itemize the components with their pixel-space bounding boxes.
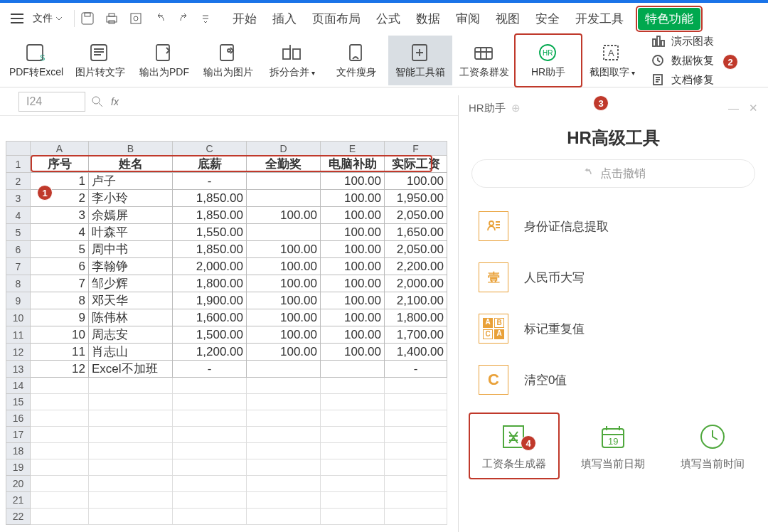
cell[interactable] (247, 443, 321, 459)
row-header-10[interactable]: 10 (6, 309, 31, 326)
cell[interactable]: 9 (31, 309, 89, 326)
row-header-3[interactable]: 3 (6, 190, 31, 207)
cell[interactable] (247, 173, 321, 190)
spreadsheet[interactable]: ABCDEF1序号姓名底薪全勤奖电脑补助实际工资21卢子-100.00100.0… (6, 141, 447, 525)
cell[interactable] (247, 190, 321, 207)
cell[interactable] (89, 509, 173, 525)
ribbon-智能工具箱[interactable]: 智能工具箱 (388, 36, 452, 85)
cell[interactable]: Excel不加班 (89, 361, 173, 378)
cell[interactable] (321, 394, 385, 410)
cell[interactable] (173, 476, 247, 492)
cell[interactable] (89, 378, 173, 394)
tab-特色功能[interactable]: 特色功能 (638, 8, 700, 30)
row-header-4[interactable]: 4 (6, 207, 31, 224)
print-icon[interactable] (105, 11, 119, 26)
tool-身份证信息提取[interactable]: 身份证信息提取 (459, 201, 768, 252)
cell[interactable]: 10 (31, 326, 89, 344)
row-header-21[interactable]: 21 (6, 492, 31, 509)
cell[interactable] (321, 378, 385, 394)
cell[interactable] (247, 427, 321, 443)
tool-标记重复值[interactable]: ABCA标记重复值 (459, 303, 768, 354)
cell[interactable]: 100.00 (247, 292, 321, 309)
col-header-B[interactable]: B (89, 142, 173, 156)
cell[interactable] (31, 509, 89, 525)
hamburger-icon[interactable] (7, 9, 27, 28)
cell[interactable] (321, 459, 385, 476)
cell[interactable] (321, 476, 385, 492)
cell[interactable]: 100.00 (321, 173, 385, 190)
row-header-11[interactable]: 11 (6, 326, 31, 344)
tab-数据[interactable]: 数据 (415, 8, 442, 30)
row-header-12[interactable]: 12 (6, 344, 31, 361)
cell[interactable]: 100.00 (247, 309, 321, 326)
row-header-6[interactable]: 6 (6, 241, 31, 258)
cell[interactable]: 2,050.00 (385, 207, 447, 224)
cell[interactable] (173, 509, 247, 525)
tab-开发工具[interactable]: 开发工具 (574, 8, 625, 30)
col-header-C[interactable]: C (173, 142, 247, 156)
cell[interactable]: 100.00 (321, 258, 385, 275)
cell[interactable] (89, 427, 173, 443)
minimize-icon[interactable]: — (728, 102, 739, 115)
row-header-1[interactable]: 1 (6, 156, 31, 173)
cell[interactable] (89, 410, 173, 427)
tab-开始[interactable]: 开始 (231, 8, 258, 30)
cell[interactable] (31, 378, 89, 394)
cell[interactable] (173, 492, 247, 509)
ribbon-输出为图片[interactable]: 输出为图片 (196, 36, 260, 85)
cell[interactable] (321, 492, 385, 509)
col-header-F[interactable]: F (385, 142, 447, 156)
row-header-22[interactable]: 22 (6, 509, 31, 525)
cell[interactable] (173, 378, 247, 394)
cell[interactable]: 2,200.00 (385, 258, 447, 275)
cell[interactable]: 1,650.00 (385, 224, 447, 241)
ribbon-演示图表[interactable]: 演示图表 (649, 33, 717, 50)
cell[interactable]: 1,850.00 (173, 207, 247, 224)
tab-视图[interactable]: 视图 (494, 8, 521, 30)
cell[interactable]: 1,200.00 (173, 344, 247, 361)
row-header-16[interactable]: 16 (6, 410, 31, 427)
ribbon-图片转文字[interactable]: 图片转文字 (68, 36, 132, 85)
tab-公式[interactable]: 公式 (375, 8, 402, 30)
cell[interactable] (385, 427, 447, 443)
cell[interactable] (173, 443, 247, 459)
cell[interactable] (247, 410, 321, 427)
cell[interactable] (385, 410, 447, 427)
cell[interactable] (321, 361, 385, 378)
cell[interactable]: 11 (31, 344, 89, 361)
cell[interactable] (247, 459, 321, 476)
cell[interactable] (247, 361, 321, 378)
redo-icon[interactable] (177, 11, 191, 26)
bottom-tool-填写当前日期[interactable]: 19填写当前日期 (567, 413, 658, 479)
cell[interactable] (385, 394, 447, 410)
row-header-14[interactable]: 14 (6, 378, 31, 394)
cell[interactable] (89, 459, 173, 476)
row-header-13[interactable]: 13 (6, 361, 31, 378)
cell[interactable] (385, 492, 447, 509)
pin-icon[interactable]: ⊕ (511, 102, 521, 115)
cell[interactable]: 100.00 (247, 258, 321, 275)
cell[interactable]: 1,400.00 (385, 344, 447, 361)
row-header-5[interactable]: 5 (6, 224, 31, 241)
cell[interactable] (89, 394, 173, 410)
cell[interactable]: 100.00 (247, 326, 321, 344)
cell[interactable]: 100.00 (247, 275, 321, 292)
ribbon-工资条群发[interactable]: 工资条群发 (452, 36, 516, 85)
bottom-tool-工资条生成器[interactable]: 工资条生成器 (469, 413, 560, 479)
cell[interactable] (31, 410, 89, 427)
cell[interactable]: 100.00 (321, 207, 385, 224)
cell[interactable]: 7 (31, 275, 89, 292)
cell[interactable]: 4 (31, 224, 89, 241)
row-header-20[interactable]: 20 (6, 476, 31, 492)
tool-清空0值[interactable]: C清空0值 (459, 354, 768, 405)
ribbon-PDF转Excel[interactable]: SPDF转Excel (4, 36, 68, 85)
cell[interactable]: 1,600.00 (173, 309, 247, 326)
row-header-18[interactable]: 18 (6, 443, 31, 459)
zoom-icon[interactable] (91, 95, 104, 108)
row-header-15[interactable]: 15 (6, 394, 31, 410)
cell[interactable] (385, 378, 447, 394)
tab-安全[interactable]: 安全 (534, 8, 561, 30)
cell[interactable]: 1,850.00 (173, 190, 247, 207)
cell[interactable]: 余嫣屏 (89, 207, 173, 224)
cell[interactable]: - (173, 173, 247, 190)
